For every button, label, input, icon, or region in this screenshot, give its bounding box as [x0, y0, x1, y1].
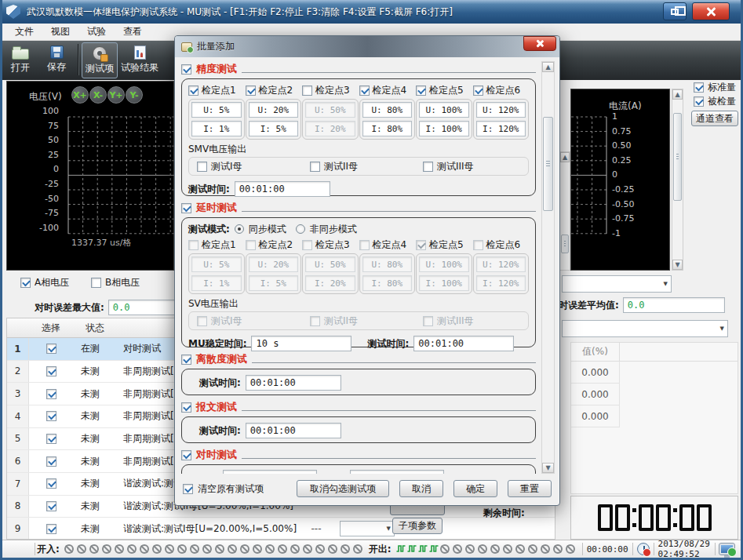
channel-view-button[interactable]: 通道查看 — [691, 111, 738, 126]
message-checkbox[interactable] — [181, 402, 191, 413]
bus-checkbox[interactable] — [197, 162, 207, 172]
checkpoint-checkbox[interactable] — [246, 85, 256, 96]
row-checkbox[interactable] — [46, 524, 56, 534]
message-time-input[interactable]: 00:01:00 — [246, 423, 341, 438]
u-percent-field[interactable]: U: 5% — [191, 102, 242, 118]
zoom-x-minus-button[interactable]: X- — [89, 86, 107, 104]
i-percent-field[interactable]: I: 100% — [419, 275, 469, 291]
u-percent-field[interactable]: U: 100% — [419, 102, 469, 118]
delay-test-time-input[interactable]: 00:01:00 — [413, 336, 514, 351]
test-items-button[interactable]: 测试项 — [82, 42, 118, 78]
cancel-button[interactable]: 取消 — [399, 480, 443, 497]
close-window-button[interactable] — [692, 2, 730, 20]
phase-b-checkbox[interactable] — [91, 278, 101, 288]
u-percent-field[interactable]: U: 80% — [362, 256, 413, 272]
u-percent-field[interactable]: U: 80% — [362, 102, 413, 118]
bus-checkbox[interactable] — [197, 316, 207, 326]
u-percent-field[interactable]: U: 5% — [191, 256, 242, 272]
current-chart-scrollbar[interactable]: ▲ ▼ — [672, 89, 683, 271]
row-combobox[interactable] — [340, 521, 395, 536]
bus-checkbox[interactable] — [423, 162, 433, 172]
result-combobox[interactable] — [562, 320, 728, 337]
row-checkbox[interactable] — [46, 389, 56, 399]
u-percent-field[interactable]: U: 20% — [249, 102, 299, 118]
bus-checkbox[interactable] — [310, 316, 320, 326]
i-percent-field[interactable]: I: 80% — [362, 275, 413, 291]
i-percent-field[interactable]: I: 120% — [476, 121, 526, 136]
sync-mode-radio[interactable] — [235, 224, 244, 234]
timing-checkbox[interactable] — [181, 450, 191, 460]
i-percent-field[interactable]: I: 80% — [362, 121, 413, 136]
standard-quantity-checkbox[interactable] — [694, 82, 704, 93]
u-percent-field[interactable]: U: 120% — [476, 256, 526, 272]
phase-b-toggle[interactable]: B相电压 — [91, 276, 140, 289]
bus-toggle[interactable]: 测试II母 — [302, 315, 415, 328]
float-window-button[interactable] — [663, 2, 687, 20]
checked-quantity-toggle[interactable]: 被检量 — [694, 95, 736, 108]
u-percent-field[interactable]: U: 120% — [476, 102, 526, 118]
delay-checkbox[interactable] — [181, 203, 191, 213]
menu-test[interactable]: 试验 — [79, 24, 114, 40]
i-percent-field[interactable]: I: 20% — [305, 275, 355, 291]
bus-toggle[interactable]: 测试I母 — [189, 160, 302, 173]
bus-checkbox[interactable] — [423, 316, 433, 326]
i-percent-field[interactable]: I: 100% — [419, 121, 469, 136]
row-checkbox[interactable] — [46, 411, 56, 421]
i-percent-field[interactable]: I: 1% — [191, 275, 242, 291]
u-percent-field[interactable]: U: 50% — [305, 102, 355, 118]
open-button[interactable]: 打开 — [2, 42, 38, 78]
row-checkbox[interactable] — [46, 501, 56, 511]
timing-field-2[interactable] — [350, 470, 444, 474]
checked-quantity-checkbox[interactable] — [694, 96, 704, 107]
i-percent-field[interactable]: I: 20% — [305, 121, 355, 136]
row-checkbox[interactable] — [46, 478, 56, 489]
checkpoint-checkbox[interactable] — [359, 240, 370, 250]
checkpoint-checkbox[interactable] — [416, 240, 426, 250]
checkpoint-checkbox[interactable] — [302, 240, 312, 250]
checkpoint-checkbox[interactable] — [416, 85, 426, 96]
i-percent-field[interactable]: I: 5% — [249, 275, 299, 291]
row-checkbox[interactable] — [46, 366, 56, 376]
standard-quantity-toggle[interactable]: 标准量 — [694, 81, 736, 94]
u-percent-field[interactable]: U: 20% — [249, 256, 299, 272]
menu-file[interactable]: 文件 — [7, 24, 42, 40]
row-checkbox[interactable] — [46, 434, 56, 444]
uncheck-items-button[interactable]: 取消勾选测试项 — [297, 480, 389, 497]
i-percent-field[interactable]: I: 1% — [191, 121, 242, 136]
bus-checkbox[interactable] — [310, 162, 320, 172]
sync-error-avg-value[interactable]: 0.0 — [623, 297, 725, 313]
main-scrollbar[interactable]: ▲ — [559, 151, 570, 271]
dispersion-checkbox[interactable] — [181, 355, 191, 365]
bus-toggle[interactable]: 测试III母 — [415, 160, 528, 173]
dialog-scrollbar[interactable]: ▲ ▼ — [541, 61, 555, 474]
zoom-y-plus-button[interactable]: Y+ — [107, 86, 125, 104]
timing-field-1[interactable] — [223, 470, 317, 474]
checkpoint-checkbox[interactable] — [473, 240, 483, 250]
menu-lookup[interactable]: 查看 — [115, 24, 150, 40]
zoom-x-plus-button[interactable]: X+ — [71, 86, 89, 104]
phase-a-toggle[interactable]: A相电压 — [20, 276, 69, 289]
row-checkbox[interactable] — [46, 344, 56, 354]
test-results-button[interactable]: 试验结果 — [118, 42, 162, 78]
mu-stable-time-input[interactable]: 10 s — [251, 336, 351, 351]
ok-button[interactable]: 确定 — [453, 480, 497, 497]
checkpoint-checkbox[interactable] — [188, 240, 198, 250]
menu-view[interactable]: 视图 — [43, 24, 78, 40]
checkpoint-checkbox[interactable] — [359, 85, 370, 96]
u-percent-field[interactable]: U: 50% — [305, 256, 355, 272]
precision-checkbox[interactable] — [181, 64, 191, 75]
row-checkbox[interactable] — [46, 456, 56, 467]
save-button[interactable]: 保存 — [38, 42, 75, 78]
checkpoint-checkbox[interactable] — [246, 240, 256, 250]
zoom-y-minus-button[interactable]: Y- — [126, 86, 143, 104]
dialog-close-button[interactable] — [523, 36, 556, 51]
bus-toggle[interactable]: 测试I母 — [189, 315, 302, 328]
sub-params-button[interactable]: 子项参数 — [392, 518, 443, 534]
bus-toggle[interactable]: 测试III母 — [415, 315, 528, 328]
phase-a-checkbox[interactable] — [20, 278, 31, 288]
clear-existing-checkbox[interactable] — [183, 484, 193, 494]
precision-test-time-input[interactable]: 00:01:00 — [235, 181, 330, 197]
checkpoint-checkbox[interactable] — [188, 85, 198, 96]
checkpoint-checkbox[interactable] — [302, 85, 312, 96]
table-row[interactable]: 9未测谐波测试:测试I母[U=20.00%,I=5.00%]--- — [7, 518, 555, 540]
